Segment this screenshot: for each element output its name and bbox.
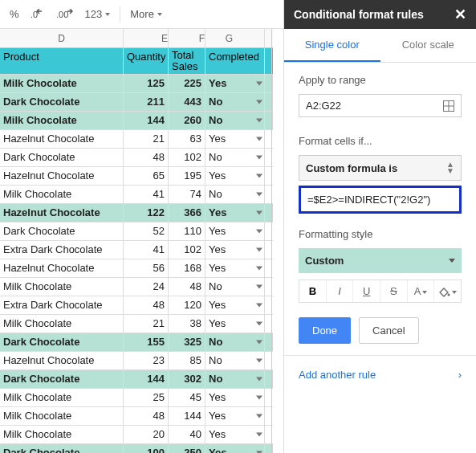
cell-total-sales[interactable]: 225 bbox=[169, 75, 205, 92]
cell-product[interactable]: Milk Chocolate bbox=[0, 278, 124, 296]
cell-product[interactable]: Extra Dark Chocolate bbox=[0, 241, 124, 259]
cell-quantity[interactable]: 25 bbox=[124, 389, 169, 406]
cell-quantity[interactable]: 144 bbox=[124, 370, 169, 388]
cell-quantity[interactable]: 48 bbox=[124, 149, 169, 166]
cell-total-sales[interactable]: 168 bbox=[169, 259, 205, 277]
table-row[interactable]: Dark Chocolate52110Yes bbox=[0, 222, 273, 241]
cell-quantity[interactable]: 48 bbox=[124, 296, 169, 314]
cell-total-sales[interactable]: 144 bbox=[169, 407, 205, 425]
cell-quantity[interactable]: 144 bbox=[124, 112, 169, 129]
cell-total-sales[interactable]: 63 bbox=[169, 130, 205, 148]
cell-total-sales[interactable]: 102 bbox=[169, 149, 205, 166]
dropdown-icon[interactable] bbox=[256, 378, 262, 382]
dropdown-icon[interactable] bbox=[256, 414, 262, 418]
dropdown-icon[interactable] bbox=[256, 322, 262, 326]
dropdown-icon[interactable] bbox=[256, 211, 262, 215]
table-row[interactable]: Dark Chocolate100250Yes bbox=[0, 444, 273, 453]
cell-product[interactable]: Milk Chocolate bbox=[0, 186, 124, 203]
dropdown-icon[interactable] bbox=[256, 304, 262, 308]
cell-quantity[interactable]: 41 bbox=[124, 186, 169, 203]
dropdown-icon[interactable] bbox=[256, 174, 262, 178]
cell-total-sales[interactable]: 302 bbox=[169, 370, 205, 388]
cell-quantity[interactable]: 155 bbox=[124, 333, 169, 351]
cell-quantity[interactable]: 48 bbox=[124, 407, 169, 425]
cell-quantity[interactable]: 100 bbox=[124, 444, 169, 453]
tab-color-scale[interactable]: Color scale bbox=[380, 29, 477, 62]
increase-decimal-button[interactable]: .00 bbox=[51, 6, 79, 23]
col-header-g[interactable]: G bbox=[205, 29, 265, 47]
table-row[interactable]: Hazelnut Chocolate56168Yes bbox=[0, 259, 273, 278]
text-color-button[interactable]: A bbox=[408, 280, 435, 302]
table-row[interactable]: Milk Chocolate48144Yes bbox=[0, 407, 273, 426]
cell-total-sales[interactable]: 260 bbox=[169, 112, 205, 129]
cell-completed[interactable]: No bbox=[205, 352, 265, 369]
cell-total-sales[interactable]: 195 bbox=[169, 167, 205, 185]
table-row[interactable]: Hazelnut Chocolate122366Yes bbox=[0, 204, 273, 222]
cell-completed[interactable]: No bbox=[205, 112, 265, 129]
underline-button[interactable]: U bbox=[353, 280, 380, 302]
bold-button[interactable]: B bbox=[299, 280, 327, 302]
cell-completed[interactable]: No bbox=[205, 186, 265, 203]
condition-select[interactable]: Custom formula is ▲▼ bbox=[299, 155, 462, 181]
cell-product[interactable]: Milk Chocolate bbox=[0, 407, 124, 425]
cell-completed[interactable]: Yes bbox=[205, 167, 265, 185]
cell-completed[interactable]: No bbox=[205, 149, 265, 166]
cell-product[interactable]: Hazelnut Chocolate bbox=[0, 130, 124, 148]
cell-product[interactable]: Milk Chocolate bbox=[0, 75, 124, 92]
italic-button[interactable]: I bbox=[327, 280, 354, 302]
cell-total-sales[interactable]: 120 bbox=[169, 296, 205, 314]
percent-format-button[interactable]: % bbox=[5, 5, 24, 23]
dropdown-icon[interactable] bbox=[256, 248, 262, 252]
dropdown-icon[interactable] bbox=[256, 433, 262, 437]
dropdown-icon[interactable] bbox=[256, 359, 262, 363]
cell-total-sales[interactable]: 45 bbox=[169, 389, 205, 406]
dropdown-icon[interactable] bbox=[256, 156, 262, 160]
cell-quantity[interactable]: 122 bbox=[124, 204, 169, 222]
table-row[interactable]: Dark Chocolate144302No bbox=[0, 370, 273, 389]
cell-completed[interactable]: Yes bbox=[205, 259, 265, 277]
formula-input[interactable]: =$E2>=INDIRECT("2!G2") bbox=[299, 186, 462, 214]
table-row[interactable]: Milk Chocolate125225Yes bbox=[0, 75, 273, 93]
dropdown-icon[interactable] bbox=[256, 82, 262, 86]
table-row[interactable]: Extra Dark Chocolate48120Yes bbox=[0, 296, 273, 315]
strike-button[interactable]: S bbox=[380, 280, 408, 302]
cell-product[interactable]: Milk Chocolate bbox=[0, 315, 124, 333]
cell-quantity[interactable]: 211 bbox=[124, 93, 169, 111]
cell-quantity[interactable]: 20 bbox=[124, 426, 169, 443]
cell-product[interactable]: Dark Chocolate bbox=[0, 444, 124, 453]
table-row[interactable]: Hazelnut Chocolate2385No bbox=[0, 352, 273, 370]
cell-completed[interactable]: No bbox=[205, 278, 265, 296]
cell-quantity[interactable]: 56 bbox=[124, 259, 169, 277]
cell-completed[interactable]: No bbox=[205, 370, 265, 388]
table-row[interactable]: Milk Chocolate2040Yes bbox=[0, 426, 273, 444]
cell-product[interactable]: Hazelnut Chocolate bbox=[0, 259, 124, 277]
dropdown-icon[interactable] bbox=[256, 341, 262, 345]
style-select[interactable]: Custom bbox=[299, 248, 462, 273]
cell-quantity[interactable]: 125 bbox=[124, 75, 169, 92]
table-row[interactable]: Dark Chocolate48102No bbox=[0, 149, 273, 167]
cancel-button[interactable]: Cancel bbox=[359, 317, 418, 344]
cell-product[interactable]: Dark Chocolate bbox=[0, 149, 124, 166]
cell-product[interactable]: Dark Chocolate bbox=[0, 222, 124, 240]
dropdown-icon[interactable] bbox=[256, 193, 262, 197]
cell-completed[interactable]: No bbox=[205, 333, 265, 351]
cell-completed[interactable]: No bbox=[205, 93, 265, 111]
cell-quantity[interactable]: 23 bbox=[124, 352, 169, 369]
table-row[interactable]: Hazelnut Chocolate65195Yes bbox=[0, 167, 273, 186]
cell-completed[interactable]: Yes bbox=[205, 296, 265, 314]
dropdown-icon[interactable] bbox=[256, 119, 262, 123]
cell-quantity[interactable]: 21 bbox=[124, 315, 169, 333]
dropdown-icon[interactable] bbox=[256, 396, 262, 400]
cell-quantity[interactable]: 24 bbox=[124, 278, 169, 296]
cell-total-sales[interactable]: 443 bbox=[169, 93, 205, 111]
table-row[interactable]: Milk Chocolate4174No bbox=[0, 186, 273, 204]
more-button[interactable]: More bbox=[125, 5, 167, 23]
close-icon[interactable]: ✕ bbox=[454, 6, 466, 23]
cell-completed[interactable]: Yes bbox=[205, 315, 265, 333]
dropdown-icon[interactable] bbox=[256, 100, 262, 104]
col-header-e[interactable]: E bbox=[124, 29, 169, 47]
table-row[interactable]: Dark Chocolate155325No bbox=[0, 333, 273, 352]
cell-product[interactable]: Hazelnut Chocolate bbox=[0, 352, 124, 369]
cell-product[interactable]: Hazelnut Chocolate bbox=[0, 167, 124, 185]
add-rule-button[interactable]: Add another rule › bbox=[299, 367, 462, 387]
